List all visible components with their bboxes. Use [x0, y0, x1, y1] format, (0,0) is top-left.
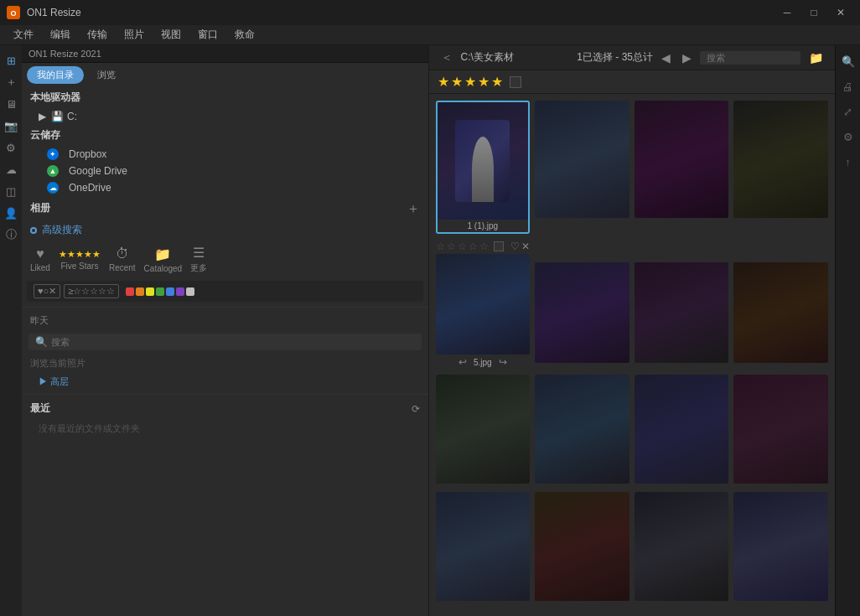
- star-e2[interactable]: ☆: [447, 241, 456, 252]
- smart-filter[interactable]: 高级搜索: [22, 220, 428, 240]
- cloud-dropbox[interactable]: ✦ Dropbox: [22, 146, 428, 163]
- color-orange[interactable]: [136, 287, 144, 296]
- prev-button[interactable]: ◀: [658, 49, 674, 66]
- next-button[interactable]: ▶: [679, 49, 695, 66]
- recent-refresh-icon[interactable]: ⟳: [412, 403, 420, 415]
- menu-file[interactable]: 文件: [7, 26, 40, 44]
- star-e3[interactable]: ☆: [458, 241, 467, 252]
- menu-photos[interactable]: 照片: [117, 26, 151, 44]
- filter-recent[interactable]: ⏱ Recent: [109, 246, 136, 272]
- right-icon-search[interactable]: 🔍: [839, 52, 857, 70]
- menu-view[interactable]: 视图: [154, 26, 188, 44]
- filter-liked[interactable]: ♥ Liked: [30, 246, 50, 272]
- star-rating[interactable]: ★ ★ ★ ★ ★: [438, 74, 503, 90]
- menu-transfer[interactable]: 传输: [80, 26, 114, 44]
- menu-edit[interactable]: 编辑: [44, 26, 77, 44]
- color-yellow[interactable]: [146, 287, 154, 296]
- tab-browse[interactable]: 浏览: [87, 66, 126, 84]
- photo-thumb-12: [733, 375, 828, 484]
- filter-cataloged[interactable]: 📁 Cataloged: [144, 246, 183, 273]
- cloud-label: 云储存: [22, 125, 428, 146]
- star-e4[interactable]: ☆: [469, 241, 478, 252]
- photo-item-11[interactable]: [635, 375, 729, 487]
- search-input[interactable]: [51, 337, 415, 347]
- cloud-googledrive[interactable]: ▲ Google Drive: [22, 163, 428, 179]
- star-1[interactable]: ★: [438, 74, 449, 90]
- rating-bar: ★ ★ ★ ★ ★: [429, 70, 836, 94]
- photo-item-10[interactable]: [535, 375, 629, 487]
- star-4[interactable]: ★: [478, 74, 490, 90]
- heart-filter-chip[interactable]: ♥○✕: [34, 284, 60, 298]
- photo-item-3[interactable]: [635, 101, 729, 234]
- star-e5[interactable]: ☆: [479, 241, 489, 252]
- high-layer-item[interactable]: ▶ 高层: [22, 373, 428, 391]
- content-search-input[interactable]: [700, 51, 800, 65]
- sidebar-icon-cloud[interactable]: ☁: [3, 161, 19, 178]
- color-blue[interactable]: [166, 287, 174, 296]
- tab-my-directory[interactable]: 我的目录: [27, 66, 84, 84]
- sidebar-icon-camera[interactable]: 📷: [3, 117, 19, 134]
- add-album-button[interactable]: ＋: [407, 202, 420, 215]
- recent-icon: ⏱: [116, 246, 129, 261]
- color-green[interactable]: [156, 287, 164, 296]
- sidebar-icon-info[interactable]: ⓘ: [3, 226, 19, 243]
- toolbar-left: ＜ C:\美女素材: [438, 49, 514, 67]
- minimize-button[interactable]: ─: [775, 0, 800, 25]
- right-icon-expand[interactable]: ⤢: [839, 102, 857, 121]
- photo-item-9[interactable]: [436, 375, 531, 487]
- star-filter-chip[interactable]: ≥☆☆☆☆☆: [64, 284, 119, 298]
- photo-label-16: [733, 601, 828, 604]
- close-button[interactable]: ✕: [828, 0, 853, 25]
- back-button[interactable]: ＜: [438, 49, 456, 67]
- sidebar-icon-user[interactable]: 👤: [3, 204, 19, 221]
- rotate-right-5[interactable]: ↪: [499, 356, 507, 368]
- right-icon-print[interactable]: 🖨: [839, 77, 857, 96]
- color-purple[interactable]: [176, 287, 184, 296]
- rating-checkbox[interactable]: [510, 76, 521, 88]
- star-e1[interactable]: ☆: [436, 241, 445, 252]
- filter-liked-label: Liked: [30, 263, 50, 272]
- menu-window[interactable]: 窗口: [191, 26, 225, 44]
- menu-help[interactable]: 救命: [228, 26, 262, 44]
- photo-item-14[interactable]: [535, 492, 629, 604]
- drive-c[interactable]: ▶ 💾 C:: [22, 108, 428, 125]
- svg-text:O: O: [10, 9, 16, 18]
- sidebar-icon-add[interactable]: ＋: [3, 74, 19, 91]
- right-icon-settings[interactable]: ⚙: [839, 127, 857, 146]
- sidebar-icon-browse[interactable]: ⊞: [3, 52, 19, 69]
- photo-item-16[interactable]: [733, 492, 828, 604]
- star-2[interactable]: ★: [451, 74, 463, 90]
- star-5[interactable]: ★: [491, 74, 503, 90]
- photo-item-1[interactable]: 1 (1).jpg: [436, 101, 531, 234]
- selection-info: 1已选择 - 35总计: [577, 50, 653, 65]
- color-white[interactable]: [186, 287, 194, 296]
- photo-item-6[interactable]: [535, 239, 629, 370]
- filter-five-stars[interactable]: ★★★★★ Five Stars: [59, 249, 101, 271]
- cross-btn-5[interactable]: ✕: [521, 241, 530, 252]
- sidebar-icon-layers[interactable]: ◫: [3, 183, 19, 199]
- inline-checkbox-5[interactable]: [494, 241, 504, 251]
- photo-item-12[interactable]: [733, 375, 828, 487]
- album-label: 相册: [30, 201, 50, 215]
- rotate-left-5[interactable]: ↩: [458, 356, 467, 368]
- photo-item-4[interactable]: [733, 101, 828, 234]
- photo-item-7[interactable]: [635, 239, 729, 370]
- sidebar-icon-settings[interactable]: ⚙: [3, 139, 19, 156]
- filter-bar: ♥○✕ ≥☆☆☆☆☆: [27, 281, 423, 302]
- right-icon-share[interactable]: ↑: [839, 153, 857, 171]
- sidebar-icon-monitor[interactable]: 🖥: [3, 96, 19, 112]
- color-red[interactable]: [126, 287, 134, 296]
- photo-item-13[interactable]: [436, 492, 531, 604]
- folder-icon[interactable]: 📁: [806, 49, 826, 66]
- photo-item-15[interactable]: [635, 492, 729, 604]
- photo-item-5[interactable]: ☆ ☆ ☆ ☆ ☆ ♡ ✕ ↩ 5.jpg ↪: [436, 239, 531, 370]
- star-3[interactable]: ★: [464, 74, 476, 90]
- photo-item-8[interactable]: [733, 239, 828, 370]
- maximize-button[interactable]: □: [801, 0, 826, 25]
- heart-btn-5[interactable]: ♡: [510, 241, 520, 252]
- filter-more[interactable]: ☰ 更多: [190, 245, 207, 274]
- photo-label-2: [535, 218, 629, 221]
- photo-item-2[interactable]: [535, 101, 629, 234]
- photo-label-10: [535, 484, 629, 487]
- cloud-onedrive[interactable]: ☁ OneDrive: [22, 179, 428, 196]
